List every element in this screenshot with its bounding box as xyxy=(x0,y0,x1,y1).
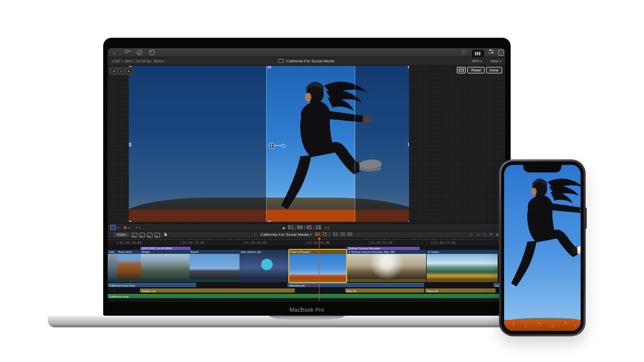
crop-handle[interactable] xyxy=(408,143,409,146)
crop-handle[interactable] xyxy=(408,221,409,222)
timeline-clip[interactable]: Beach xyxy=(190,250,239,282)
audio-clip[interactable]: Water sfx xyxy=(425,289,496,293)
audio-clip[interactable]: California music xyxy=(108,294,504,298)
browser-grid-icon[interactable] xyxy=(461,50,466,54)
clip-name: ⊕Sullivan Canyon Mountain Bike 360 xyxy=(347,250,426,254)
phone-jumping-person xyxy=(504,172,581,300)
clip-thumbnail xyxy=(141,254,190,279)
zoom-level-dropdown[interactable]: 36% ▾ xyxy=(472,59,482,63)
app-toolbar: ↓ ✓ ↑ xyxy=(108,48,505,57)
timeline-clip[interactable]: Bridge xyxy=(141,250,190,282)
timeline-toggles: ∿ ∻ ∩ ⊓ ▤ xyxy=(469,232,500,237)
final-cut-window: ↓ ✓ ↑ 2160 × 3840 | 23.98 fps, Stereo Ca… xyxy=(108,48,505,302)
ruler-timecode: 01:00:50:00 xyxy=(371,241,392,245)
clip-name: Field of Flowers xyxy=(289,250,346,254)
timeline-body: EXPLORE CALIFORNIASullivan Canyon Mounta… xyxy=(108,245,505,302)
clip-thumbnail xyxy=(108,254,117,279)
reset-button[interactable]: Reset xyxy=(467,67,485,73)
play-icon[interactable]: ▶ xyxy=(283,226,285,230)
ruler-timecode: 01:00:40:00 xyxy=(245,241,267,245)
crop-handle[interactable] xyxy=(268,66,271,68)
timeline-clip[interactable]: Jetty xyxy=(108,250,117,282)
filmstrip-view-button[interactable] xyxy=(472,50,484,57)
display-icon xyxy=(278,59,284,63)
crop-tool-icon[interactable] xyxy=(457,67,466,73)
audio-clip[interactable]: Outdoor sfx xyxy=(140,289,295,293)
position-right-button[interactable]: ▸ xyxy=(125,68,132,74)
clip-audio-strip xyxy=(239,279,289,282)
inspector-icon[interactable] xyxy=(489,50,494,54)
conform-position-group: ◂ + ▸ xyxy=(109,67,133,75)
viewer-timecode: 01:00:45:18 xyxy=(288,225,321,230)
crop-dim-left xyxy=(129,66,266,222)
ruler-timecode: 01:00:55:00 xyxy=(434,241,455,245)
audio-clip[interactable]: Bike sfx xyxy=(345,289,424,293)
clip-name: ⊕Canoe xyxy=(427,250,498,254)
crop-handle[interactable] xyxy=(268,221,271,222)
timeline-clip[interactable]: Rock climb xyxy=(117,250,141,282)
clip-name: Jetty archive clip xyxy=(239,250,289,254)
done-button[interactable]: Done xyxy=(486,67,502,73)
info-bar: 2160 × 3840 | 23.98 fps, Stereo Californ… xyxy=(108,57,505,65)
timeline-clip[interactable]: Field of Flowers xyxy=(289,250,346,282)
timeline-ruler[interactable]: 01:00:30:0001:00:35:0001:00:40:0001:00:4… xyxy=(108,238,505,246)
audio-clip[interactable]: California Voice Over xyxy=(108,283,196,287)
share-icon[interactable]: ↑ xyxy=(498,50,504,56)
crop-handle[interactable] xyxy=(129,221,131,222)
import-media-icon[interactable]: ↓ xyxy=(113,50,115,55)
ruler-timecode: 01:00:35:00 xyxy=(183,241,204,245)
phone-volume-down-button xyxy=(498,228,500,242)
audio-skimming-icon[interactable]: ∻ xyxy=(476,232,480,237)
playhead[interactable] xyxy=(319,238,319,301)
ruler-timecode: 01:00:30:00 xyxy=(120,241,141,245)
view-dropdown[interactable]: View ▾ xyxy=(490,59,501,63)
clip-audio-strip xyxy=(289,279,346,282)
timeline-toolbar: Index ▾ ‹ California For Social Media ▾ … xyxy=(108,231,505,238)
crop-actions: Reset Done xyxy=(457,67,502,73)
clip-audio-strip xyxy=(190,279,239,282)
keyword-editor-icon[interactable] xyxy=(125,50,131,52)
timeline-clip[interactable]: ⊕Canoe xyxy=(427,250,498,282)
360-icon: ⊕ xyxy=(348,250,351,253)
viewer-options: 36% ▾ View ▾ xyxy=(472,59,501,63)
clip-name: Bridge xyxy=(141,250,190,254)
project-title: California For Social Media xyxy=(108,59,505,63)
prev-project-icon[interactable]: ‹ xyxy=(250,232,260,237)
phone-notch xyxy=(523,165,561,172)
360-icon: ⊕ xyxy=(428,250,430,253)
position-drag-handle[interactable] xyxy=(269,143,286,149)
timeline-clip[interactable]: Jetty archive clip xyxy=(239,250,289,282)
snapping-icon[interactable]: ⊓ xyxy=(490,232,493,237)
audio-clip[interactable]: Interview pt3 xyxy=(287,283,424,287)
effects-badge-icon[interactable] xyxy=(149,50,154,55)
macbook-screen: ↓ ✓ ↑ 2160 × 3840 | 23.98 fps, Stereo Ca… xyxy=(103,38,511,316)
timeline-project-name[interactable]: California For Social Media xyxy=(261,232,309,237)
background-tasks-icon[interactable]: ✓ xyxy=(137,50,142,55)
timeline-nav: ‹ California For Social Media ▾ 04:15 / … xyxy=(108,232,505,237)
clip-thumbnail xyxy=(117,254,141,279)
next-project-icon[interactable]: › xyxy=(354,232,363,237)
clip-audio-strip xyxy=(141,279,190,282)
macbook-lid-scoop xyxy=(269,316,345,320)
skimming-icon[interactable]: ∿ xyxy=(469,232,473,237)
macbook-label: MacBook Pro xyxy=(104,307,510,313)
crop-handle[interactable] xyxy=(408,66,409,68)
position-center-button[interactable]: + xyxy=(118,68,125,74)
position-left-button[interactable]: ◂ xyxy=(110,68,117,74)
solo-icon[interactable]: ∩ xyxy=(483,232,486,237)
clip-thumbnail xyxy=(239,254,289,279)
phone-volume-up-button xyxy=(498,211,500,225)
clip-thumbnail xyxy=(347,254,426,279)
crop-handle[interactable] xyxy=(129,143,131,146)
clip-name: Beach xyxy=(190,250,239,254)
phone-power-button xyxy=(585,208,587,229)
phone-poppy-field xyxy=(504,320,581,331)
hero-scene: ↓ ✓ ↑ 2160 × 3840 | 23.98 fps, Stereo Ca… xyxy=(0,0,644,362)
elapsed-timecode: 04:15 xyxy=(315,232,327,237)
phone-screen xyxy=(504,165,581,331)
clip-audio-strip xyxy=(117,279,141,282)
clip-thumbnail xyxy=(427,254,498,279)
phone-mute-switch xyxy=(498,199,500,206)
clip-thumbnail xyxy=(190,254,239,279)
timeline-clip[interactable]: ⊕Sullivan Canyon Mountain Bike 360 xyxy=(347,250,426,282)
